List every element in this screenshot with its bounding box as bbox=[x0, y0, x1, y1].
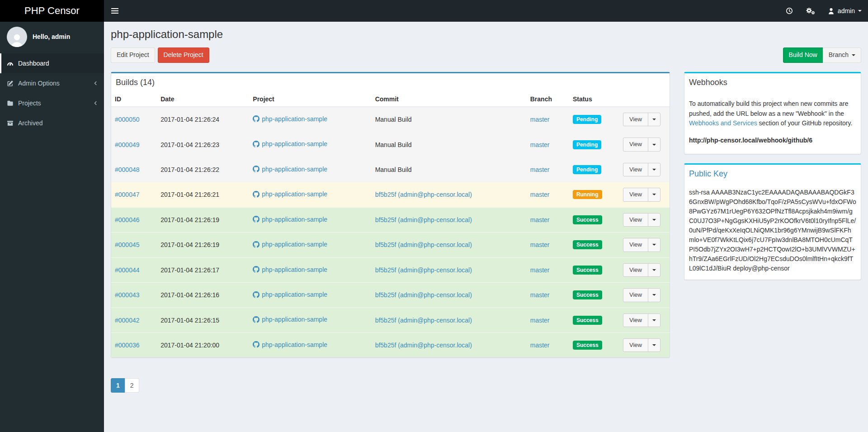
view-dropdown-toggle[interactable] bbox=[648, 113, 660, 126]
chevron-down-icon bbox=[652, 294, 656, 296]
edit-project-button[interactable]: Edit Project bbox=[111, 47, 155, 63]
view-dropdown-toggle[interactable] bbox=[648, 188, 660, 201]
build-date: 2017-01-04 21:20:00 bbox=[157, 332, 249, 357]
view-button[interactable]: View bbox=[623, 263, 648, 277]
branch-link[interactable]: master bbox=[530, 141, 550, 148]
project-link[interactable]: php-application-sample bbox=[253, 291, 327, 298]
commit-link[interactable]: bf5b25f (admin@php-censor.local) bbox=[375, 241, 472, 248]
view-dropdown-toggle[interactable] bbox=[648, 288, 660, 302]
view-button[interactable]: View bbox=[623, 163, 648, 176]
archive-icon bbox=[7, 120, 18, 127]
status-badge: Pending bbox=[573, 115, 601, 124]
column-header-date: Date bbox=[157, 92, 249, 107]
view-button[interactable]: View bbox=[623, 113, 648, 126]
chevron-down-icon bbox=[652, 144, 656, 146]
build-id-link[interactable]: #000047 bbox=[115, 191, 140, 198]
build-now-button[interactable]: Build Now bbox=[783, 47, 823, 63]
view-dropdown-toggle[interactable] bbox=[648, 163, 660, 176]
branch-link[interactable]: master bbox=[530, 317, 550, 324]
commit-text: Manual Build bbox=[375, 116, 412, 123]
view-dropdown-toggle[interactable] bbox=[648, 263, 660, 277]
table-row: #0000482017-01-04 21:26:22php-applicatio… bbox=[111, 157, 670, 182]
sidebar-item-label: Admin Options bbox=[18, 80, 60, 87]
project-link[interactable]: php-application-sample bbox=[253, 266, 327, 273]
project-link[interactable]: php-application-sample bbox=[253, 316, 327, 323]
view-button[interactable]: View bbox=[623, 313, 648, 327]
branch-dropdown-label: Branch bbox=[829, 51, 849, 60]
column-header-branch: Branch bbox=[527, 92, 569, 107]
branch-link[interactable]: master bbox=[530, 191, 550, 198]
commit-link[interactable]: bf5b25f (admin@php-censor.local) bbox=[375, 342, 472, 349]
view-dropdown-toggle[interactable] bbox=[648, 238, 660, 252]
branch-link[interactable]: master bbox=[530, 116, 550, 123]
branch-link[interactable]: master bbox=[530, 241, 550, 248]
project-toolbar: Edit Project Delete Project Build Now Br… bbox=[104, 47, 868, 63]
pagination-page-1[interactable]: 1 bbox=[111, 378, 125, 393]
sidebar-item-projects[interactable]: Projects bbox=[0, 93, 104, 113]
branch-link[interactable]: master bbox=[530, 166, 550, 173]
brand-logo[interactable]: PHP Censor bbox=[0, 0, 104, 22]
user-menu[interactable]: admin bbox=[821, 0, 868, 22]
project-link[interactable]: php-application-sample bbox=[253, 341, 327, 348]
build-id-link[interactable]: #000044 bbox=[115, 266, 140, 274]
status-badge: Success bbox=[573, 215, 602, 224]
webhooks-services-link[interactable]: Webhooks and Services bbox=[689, 119, 757, 127]
view-button[interactable]: View bbox=[623, 338, 648, 352]
build-id-link[interactable]: #000048 bbox=[115, 166, 140, 173]
project-link[interactable]: php-application-sample bbox=[253, 140, 327, 147]
project-link[interactable]: php-application-sample bbox=[253, 190, 327, 198]
pagination-page-2[interactable]: 2 bbox=[125, 378, 139, 393]
build-id-link[interactable]: #000036 bbox=[115, 342, 140, 349]
commit-link[interactable]: bf5b25f (admin@php-censor.local) bbox=[375, 191, 472, 198]
view-button[interactable]: View bbox=[623, 188, 648, 201]
commit-link[interactable]: bf5b25f (admin@php-censor.local) bbox=[375, 266, 472, 274]
github-icon bbox=[253, 166, 259, 172]
chevron-down-icon bbox=[858, 10, 862, 12]
sidebar-item-admin-options[interactable]: Admin Options bbox=[0, 73, 104, 93]
delete-project-button[interactable]: Delete Project bbox=[158, 47, 209, 63]
commit-link[interactable]: bf5b25f (admin@php-censor.local) bbox=[375, 291, 472, 299]
sidebar-toggle-button[interactable] bbox=[104, 0, 126, 22]
view-dropdown-toggle[interactable] bbox=[648, 313, 660, 327]
build-id-link[interactable]: #000042 bbox=[115, 317, 140, 324]
navbar-right: admin bbox=[779, 0, 868, 22]
project-link[interactable]: php-application-sample bbox=[253, 241, 327, 248]
public-key-box: Public Key ssh-rsa AAAAB3NzaC1yc2EAAAADA… bbox=[684, 163, 861, 280]
view-dropdown-toggle[interactable] bbox=[648, 338, 660, 352]
webhooks-text-after: section of your GitHub repository. bbox=[757, 119, 853, 127]
branch-link[interactable]: master bbox=[530, 266, 550, 274]
build-history-button[interactable] bbox=[779, 0, 799, 22]
view-button[interactable]: View bbox=[623, 213, 648, 227]
build-id-link[interactable]: #000046 bbox=[115, 216, 140, 223]
build-id-link[interactable]: #000043 bbox=[115, 291, 140, 299]
user-icon bbox=[828, 8, 835, 14]
content-wrapper: php-application-sample Edit Project Dele… bbox=[104, 22, 868, 432]
status-badge: Success bbox=[573, 341, 602, 350]
view-button[interactable]: View bbox=[623, 138, 648, 151]
commit-link[interactable]: bf5b25f (admin@php-censor.local) bbox=[375, 317, 472, 324]
project-link[interactable]: php-application-sample bbox=[253, 216, 327, 223]
branch-dropdown-button[interactable]: Branch bbox=[823, 47, 861, 63]
branch-link[interactable]: master bbox=[530, 342, 550, 349]
view-dropdown-toggle[interactable] bbox=[648, 213, 660, 227]
github-icon bbox=[253, 341, 259, 348]
branch-link[interactable]: master bbox=[530, 291, 550, 299]
view-button[interactable]: View bbox=[623, 238, 648, 252]
commit-link[interactable]: bf5b25f (admin@php-censor.local) bbox=[375, 216, 472, 223]
settings-button[interactable] bbox=[799, 0, 821, 22]
build-id-link[interactable]: #000045 bbox=[115, 241, 140, 248]
view-dropdown-toggle[interactable] bbox=[648, 138, 660, 151]
table-row: #0000452017-01-04 21:26:19php-applicatio… bbox=[111, 233, 670, 257]
sidebar-item-archived[interactable]: Archived bbox=[0, 113, 104, 133]
build-date: 2017-01-04 21:26:23 bbox=[157, 132, 249, 157]
branch-link[interactable]: master bbox=[530, 216, 550, 223]
project-link[interactable]: php-application-sample bbox=[253, 115, 327, 123]
chevron-down-icon bbox=[652, 119, 656, 120]
table-row: #0000462017-01-04 21:26:19php-applicatio… bbox=[111, 207, 670, 232]
view-button[interactable]: View bbox=[623, 288, 648, 302]
build-id-link[interactable]: #000050 bbox=[115, 116, 140, 123]
project-link[interactable]: php-application-sample bbox=[253, 166, 327, 173]
build-id-link[interactable]: #000049 bbox=[115, 141, 140, 148]
sidebar-item-dashboard[interactable]: Dashboard bbox=[0, 53, 104, 73]
edit-icon bbox=[7, 80, 18, 87]
